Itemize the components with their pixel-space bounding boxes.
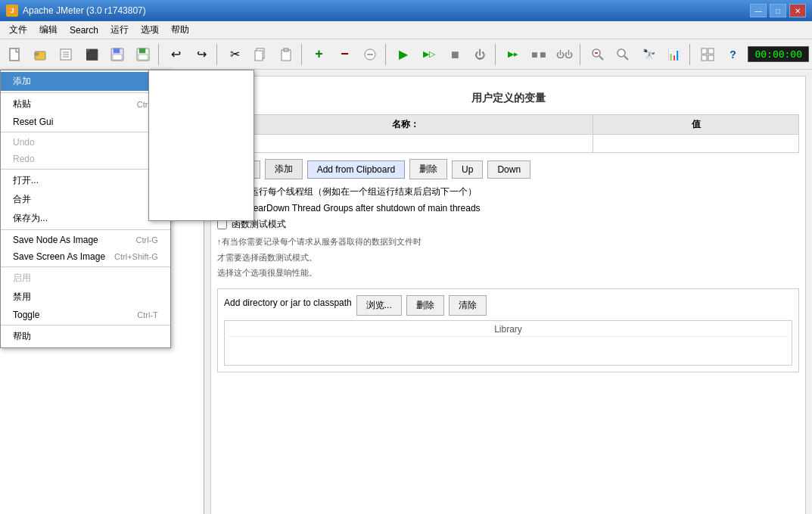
classpath-btn-row: Add directory or jar to classpath 浏览... … [224,295,792,316]
menu-help[interactable]: 帮助 [165,21,195,39]
ctx-toggle[interactable]: Toggle Ctrl-T [1,307,170,323]
ctx-open[interactable]: 打开... [1,171,170,190]
svg-rect-25 [708,48,714,54]
tb-stop[interactable]: ⏹ [443,42,467,67]
tb-new[interactable] [3,42,27,67]
ctx-test-fragment-label: Test Fragment [161,92,219,102]
tb-help-btn[interactable]: ? [721,42,745,67]
svg-rect-12 [138,55,148,60]
ctx-undo-label: Undo [13,137,35,148]
ctx-listener[interactable]: 监听器 ▶ [149,200,254,219]
ctx-threads[interactable]: Threads (Users) ▶ [149,72,254,89]
ctx-disable[interactable]: 禁用 [1,288,170,307]
tb-clear2[interactable] [358,42,382,67]
menu-edit[interactable]: 编辑 [33,21,64,39]
minimize-button[interactable]: — [750,4,767,17]
table-header-name: 名称： [218,115,593,135]
tb-run-no-pause[interactable]: ▶▷ [417,42,441,67]
ctx-item-add-label: 添加 [13,75,31,88]
tb-run[interactable]: ▶ [391,42,415,67]
tb-add[interactable]: + [307,42,331,67]
add-clipboard-button[interactable]: Add from Clipboard [307,160,405,179]
ctx-sep-2 [1,132,170,132]
tb-separator-3 [301,44,304,65]
tb-paste[interactable] [274,42,298,67]
tb-remote-shut[interactable]: ⏻⏻ [552,42,577,67]
menu-options[interactable]: 选项 [135,21,165,39]
ctx-test-fragment-arrow: ▶ [235,93,241,101]
menu-file[interactable]: 文件 [3,21,33,39]
ctx-help[interactable]: 帮助 [1,327,170,346]
tb-search[interactable] [611,42,635,67]
classpath-delete-button[interactable]: 删除 [406,295,444,316]
tb-undo[interactable]: ↩ [164,42,188,67]
tb-report[interactable]: 📊 [662,42,686,67]
info-text-2: 才需要选择函数测试模式。 [217,251,799,264]
svg-rect-26 [702,55,707,61]
tb-save[interactable] [105,42,129,67]
tb-remove[interactable]: − [333,42,357,67]
tb-separator-7 [689,44,692,65]
maximize-button[interactable]: □ [770,4,786,17]
checkbox-label-independent: 独立运行每个线程组（例如在一个组运行结束后启动下一个） [232,185,477,198]
ctx-sep-4 [1,229,170,230]
ctx-undo: Undo [1,134,170,151]
delete-button[interactable]: 删除 [409,159,447,179]
tb-binoculars[interactable]: 🔭 [636,42,661,67]
ctx-save-screen-img-label: Save Screen As Image [13,251,105,262]
ctx-toggle-label: Toggle [13,310,39,320]
tb-shutdown[interactable]: ⏻ [468,42,492,67]
tb-stop-all-icon[interactable]: ⬛ [79,42,104,67]
classpath-section: Add directory or jar to classpath 浏览... … [217,288,799,372]
menu-search[interactable]: Search [64,21,104,39]
svg-rect-14 [255,51,263,61]
ctx-reset-gui[interactable]: Reset Gui [1,114,170,130]
ctx-preprocessor[interactable]: 前置处理器 ▶ [149,143,254,162]
ctx-paste[interactable]: 粘贴 Ctrl-V [1,95,170,114]
classpath-clear-button[interactable]: 清除 [449,295,487,316]
checkbox-row-2: Run tearDown Thread Groups after shutdow… [217,203,799,213]
ctx-timer[interactable]: 定时器 ▶ [149,124,254,143]
context-menu-overlay: 添加 ▶ Threads (Users) ▶ Test Fragment ▶ 配… [0,70,171,348]
tb-copy[interactable] [248,42,272,67]
ctx-save-node-img[interactable]: Save Node As Image Ctrl-G [1,232,170,248]
ctx-reset-gui-label: Reset Gui [13,117,53,127]
tb-open[interactable] [29,42,53,67]
ctx-postprocessor[interactable]: 后置处理器 ▶ [149,162,254,181]
submenu-add: Threads (Users) ▶ Test Fragment ▶ 配置元件 ▶… [148,70,254,221]
tb-tree-expand[interactable] [695,42,720,67]
ctx-config[interactable]: 配置元件 ▶ [149,105,254,124]
ctx-redo-label: Redo [13,154,35,164]
tb-cut[interactable]: ✂ [222,42,247,67]
tb-saveas[interactable] [131,42,155,67]
tb-remote-stop[interactable]: ⏹⏹ [527,42,551,67]
ctx-save-screen-img[interactable]: Save Screen As Image Ctrl+Shift-G [1,248,170,265]
ctx-threads-label: Threads (Users) [161,75,227,86]
svg-line-20 [599,56,603,60]
tb-remote-start[interactable]: ▶▸ [501,42,525,67]
close-button[interactable]: ✕ [789,4,806,17]
tb-templates[interactable] [54,42,79,67]
ctx-saveas[interactable]: 保存为... [1,209,170,228]
svg-rect-9 [113,55,122,60]
tb-search-clear[interactable] [586,42,610,67]
checkbox-label-teardown: Run tearDown Thread Groups after shutdow… [232,203,481,213]
user-defined-table: 名称： 值 [217,114,799,153]
tb-redo[interactable]: ↪ [190,42,214,67]
up-button[interactable]: Up [452,160,483,179]
svg-line-23 [624,56,628,60]
ctx-toggle-shortcut: Ctrl-T [137,310,158,319]
ctx-item-add[interactable]: 添加 ▶ Threads (Users) ▶ Test Fragment ▶ 配… [1,72,170,91]
ctx-postprocessor-arrow: ▶ [235,167,241,176]
menu-run[interactable]: 运行 [104,21,135,39]
ctx-test-fragment[interactable]: Test Fragment ▶ [149,89,254,105]
app-icon: J [6,5,18,17]
add-button[interactable]: 添加 [265,159,303,179]
ctx-merge[interactable]: 合并 [1,190,170,209]
library-box: Library [224,320,792,366]
browse-button[interactable]: 浏览... [356,295,402,316]
ctx-preprocessor-label: 前置处理器 [161,146,207,159]
down-button[interactable]: Down [487,160,530,179]
ctx-assertion[interactable]: 断言 ▶ [149,181,254,200]
tb-separator-5 [495,44,498,65]
